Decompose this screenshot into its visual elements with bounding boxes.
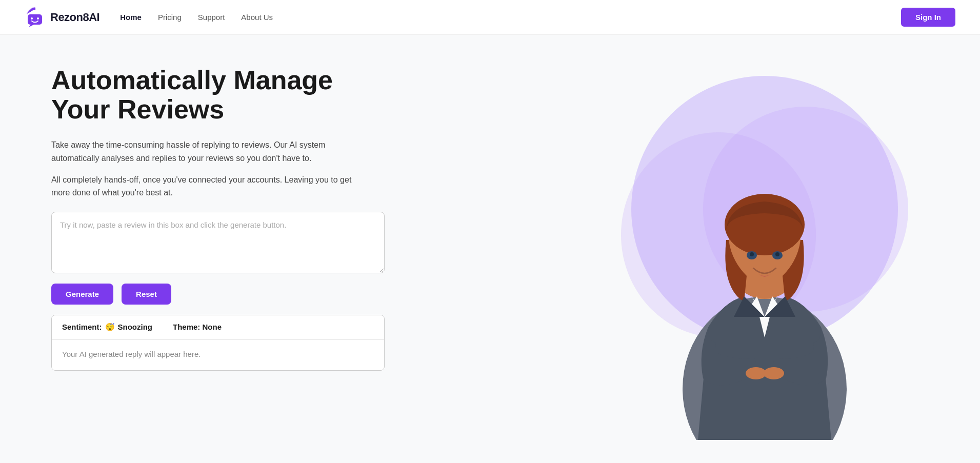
nav-left: Rezon8AI Home Pricing Support About Us (25, 7, 273, 28)
button-row: Generate Reset (51, 284, 390, 305)
sentiment-text: Sentiment: (62, 323, 102, 331)
logo-icon (25, 7, 45, 28)
theme-label: Theme: None (173, 323, 222, 331)
nav-item-support[interactable]: Support (198, 13, 225, 22)
generate-button[interactable]: Generate (51, 284, 113, 305)
sentiment-value: Snoozing (118, 323, 153, 331)
nav-link-pricing[interactable]: Pricing (158, 13, 182, 22)
sentiment-emoji: 😴 (105, 323, 115, 332)
svg-point-1 (31, 17, 33, 19)
hero-person-image (657, 122, 872, 440)
main-content: Automatically Manage Your Reviews Take a… (0, 35, 980, 463)
navbar: Rezon8AI Home Pricing Support About Us S… (0, 0, 980, 35)
left-column: Automatically Manage Your Reviews Take a… (51, 66, 390, 371)
svg-point-11 (746, 367, 766, 379)
nav-item-pricing[interactable]: Pricing (158, 13, 182, 22)
svg-point-9 (750, 252, 754, 256)
nav-item-about[interactable]: About Us (241, 13, 273, 22)
logo: Rezon8AI (25, 7, 99, 28)
svg-rect-0 (28, 14, 42, 25)
result-placeholder: Your AI generated reply will appear here… (62, 350, 201, 358)
nav-links: Home Pricing Support About Us (120, 13, 273, 22)
brand-name: Rezon8AI (50, 11, 99, 24)
hero-description-2: All completely hands-off, once you've co… (51, 173, 369, 199)
hero-title: Automatically Manage Your Reviews (51, 66, 390, 124)
review-input[interactable] (51, 212, 385, 273)
result-box: Sentiment: 😴 Snoozing Theme: None Your A… (51, 315, 385, 371)
svg-point-12 (764, 367, 784, 379)
hero-description-1: Take away the time-consuming hassle of r… (51, 138, 369, 165)
reset-button[interactable]: Reset (122, 284, 171, 305)
sentiment-label: Sentiment: 😴 Snoozing (62, 323, 152, 332)
svg-point-10 (775, 252, 779, 256)
sign-in-button[interactable]: Sign In (901, 8, 955, 27)
nav-link-home[interactable]: Home (120, 13, 142, 22)
result-header: Sentiment: 😴 Snoozing Theme: None (52, 315, 384, 339)
nav-link-about[interactable]: About Us (241, 13, 273, 22)
nav-item-home[interactable]: Home (120, 13, 142, 22)
right-column (590, 55, 939, 440)
result-body: Your AI generated reply will appear here… (52, 339, 384, 370)
svg-point-2 (37, 17, 39, 19)
nav-link-support[interactable]: Support (198, 13, 225, 22)
